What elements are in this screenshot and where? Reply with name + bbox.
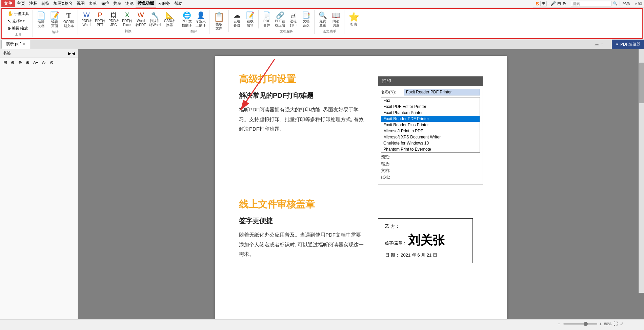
bookmark-tool-add1[interactable]: ⊕ xyxy=(9,59,16,66)
panel-expand-icon[interactable]: ▶ xyxy=(68,51,71,56)
resize-control[interactable]: v 93 xyxy=(633,2,644,6)
ribbon-btn-cad[interactable]: 📐 CAD转换器 xyxy=(163,10,176,28)
ribbon-btn-edit-doc[interactable]: 📄 编辑文档 xyxy=(35,10,47,29)
pdf-view-area[interactable]: 高级打印设置 解决常见的PDF打印难题 福昕PDF阅读器拥有强大的打印功能, 界… xyxy=(78,49,644,319)
ribbon-btn-ocr[interactable]: T OCR识别文本 xyxy=(62,10,76,29)
menu-cloud[interactable]: 云服务 xyxy=(156,0,172,7)
ribbon-btn-pdf-ppt[interactable]: P PDF转PPT xyxy=(94,10,106,28)
ribbon-btn-read-survey[interactable]: 📖 阅读调查 xyxy=(330,10,342,28)
ribbon-btn-online-edit[interactable]: 📝 在线编辑 xyxy=(244,10,256,28)
ribbon-btn-scan-word[interactable]: 🔧 扫描件转Word xyxy=(148,10,162,28)
doc-meeting-icon: 📑 xyxy=(302,11,310,19)
edit-section-label: 编辑 xyxy=(52,30,59,35)
cad-icon: 📐 xyxy=(166,12,173,19)
ribbon-btn-remote-print[interactable]: 🖨 远程打印 xyxy=(287,10,299,28)
print-doc-row: 文档: xyxy=(381,168,480,174)
ribbon-btn-pdf-merge[interactable]: 📄 PDF合并 xyxy=(261,10,273,28)
tab-close-icon[interactable]: ✕ xyxy=(23,42,26,46)
ribbon-btn-pdf-jpg[interactable]: 🖼 PDF转JPG xyxy=(107,11,120,28)
ribbon-btn-template[interactable]: 📋 模板文库 xyxy=(212,10,226,32)
pdf-tab[interactable]: 演示.pdf ✕ xyxy=(1,40,30,49)
printer-item-phantom[interactable]: Foxit Phantom Printer xyxy=(381,110,480,116)
zoom-plus-btn[interactable]: + xyxy=(599,321,602,327)
bookmark-tool-grid[interactable]: ⊞ xyxy=(2,59,8,66)
menu-convert[interactable]: 转换 xyxy=(39,0,52,7)
sogou-mic[interactable]: 🎤 xyxy=(550,1,556,6)
login-btn[interactable]: 登录 xyxy=(620,1,633,6)
printer-item-fax[interactable]: Fax xyxy=(381,97,480,104)
scan-word-label: 扫描件转Word xyxy=(149,19,161,27)
bookmark-tool-add2[interactable]: ⊕ xyxy=(17,59,23,66)
ribbon-btn-edit-page[interactable]: 📝 编辑页面 xyxy=(48,10,61,29)
fit-page-btn[interactable]: ⛶ xyxy=(613,321,618,326)
template-icon: 📋 xyxy=(214,12,224,22)
ribbon-btn-tip[interactable]: ⭐ 打赏 xyxy=(346,10,361,28)
pdf-editor-btn[interactable]: ▼ PDF编辑器 xyxy=(612,40,644,49)
ribbon-btn-pdf-translate[interactable]: 🌐 PDF文档翻译 xyxy=(180,10,193,28)
remote-print-icon: 🖨 xyxy=(290,12,297,19)
menu-file[interactable]: 文件 xyxy=(1,0,15,7)
vertical-scrollbar[interactable] xyxy=(639,49,644,293)
ribbon-btn-pro-translate[interactable]: 👤 专业人工翻译 xyxy=(194,10,207,28)
menu-view[interactable]: 视图 xyxy=(75,0,87,7)
ribbon-section-template: 📋 模板文库 xyxy=(209,10,229,32)
sogou-grid[interactable]: ⊞ xyxy=(557,1,561,6)
pdf-excel-label: PDF转Excel xyxy=(122,19,132,27)
zoom-value: 80% xyxy=(604,322,611,326)
expand-btn[interactable]: ⤢ xyxy=(620,321,624,326)
printer-item-foxit-editor[interactable]: Foxit PDF Editor Printer xyxy=(381,104,480,110)
printer-item-foxit-reader[interactable]: Foxit Reader PDF Printer xyxy=(381,116,480,122)
sig-date-row: 日 期： 2021 年 6 月 21 日 xyxy=(385,252,466,258)
bookmark-tool-add3[interactable]: ⊕ xyxy=(24,59,31,66)
free-check-icon: 🔍 xyxy=(319,11,327,19)
panel-close-icon[interactable]: ◀ xyxy=(72,51,75,56)
bookmark-tool-font-small[interactable]: A- xyxy=(41,59,47,66)
menu-form[interactable]: 表单 xyxy=(87,0,99,7)
edit-doc-label: 编辑文档 xyxy=(38,20,44,28)
zoom-slider-thumb[interactable] xyxy=(584,322,588,326)
ribbon-btn-pdf-compress[interactable]: 🔗 PDF在线压缩 xyxy=(274,10,286,28)
ribbon-btn-free-check[interactable]: 🔍 免费查重 xyxy=(317,10,329,28)
ribbon-btn-word-pdf[interactable]: W Word转PDF xyxy=(134,10,147,28)
menu-share[interactable]: 共享 xyxy=(111,0,123,7)
ribbon-btn-select[interactable]: ↖ 选择▾ ▾ xyxy=(6,18,26,24)
ribbon-btn-edit-zoom[interactable]: ⊕ 编辑 缩放 xyxy=(6,25,29,31)
sogou-chinese[interactable]: 中 xyxy=(540,1,547,6)
ribbon-btn-pdf-excel[interactable]: X PDF转Excel xyxy=(121,10,134,28)
ribbon-btn-cloud-backup[interactable]: ☁ 云端备份 xyxy=(231,10,243,28)
menu-help[interactable]: 帮助 xyxy=(172,0,184,7)
menu-fill-sign[interactable]: 填写&签名 xyxy=(52,0,75,7)
printer-list[interactable]: Fax Foxit PDF Editor Printer Foxit Phant… xyxy=(381,97,480,153)
ribbon-btn-pdf-word[interactable]: W PDF转Word xyxy=(80,10,93,28)
printer-item-evernote[interactable]: Phantom Print to Evernote xyxy=(381,146,480,152)
print-dialog-body: 名称(N): Fax Foxit PDF Editor Printer Foxi… xyxy=(378,86,483,184)
pdf-word-label: PDF转Word xyxy=(81,19,92,27)
menu-special[interactable]: 特色功能 xyxy=(136,0,156,7)
tab-bar: 演示.pdf ✕ ☁ ↕ ▼ PDF编辑器 xyxy=(0,40,644,49)
bookmarks-header: 书签 ▶ ◀ xyxy=(0,49,78,58)
menu-home[interactable]: 主页 xyxy=(15,0,27,7)
sogou-plus[interactable]: ⊕ xyxy=(562,1,566,6)
read-survey-icon: 📖 xyxy=(332,11,340,19)
menu-annotate[interactable]: 注释 xyxy=(27,0,39,7)
ribbon-btn-hand-tool[interactable]: ✋ 手型工具 xyxy=(6,10,31,17)
printer-item-foxit-plus[interactable]: Foxit Reader Plus Printer xyxy=(381,122,480,128)
printer-item-ms-pdf[interactable]: Microsoft Print to PDF xyxy=(381,128,480,134)
ribbon-section-paper: 🔍 免费查重 📖 阅读调查 论文助手 xyxy=(315,10,344,34)
bookmark-tool-font-large[interactable]: A+ xyxy=(32,59,40,66)
print-preview-row: 预览: xyxy=(381,154,480,160)
ribbon-btn-doc-meeting[interactable]: 📑 文档会议 xyxy=(300,10,312,28)
edit-page-label: 编辑页面 xyxy=(51,20,58,28)
search-input[interactable] xyxy=(571,1,611,6)
zoom-minus-btn[interactable]: － xyxy=(557,321,561,327)
search-icon[interactable]: 🔍 xyxy=(613,1,618,6)
menu-browse[interactable]: 浏览 xyxy=(123,0,136,7)
printer-item-onenote[interactable]: OneNote for Windows 10 xyxy=(381,140,480,146)
printer-item-ms-xps[interactable]: Microsoft XPS Document Writer xyxy=(381,134,480,140)
menu-protect[interactable]: 保护 xyxy=(99,0,111,7)
print-name-input[interactable] xyxy=(404,89,480,95)
top-search-area: 🔍 xyxy=(569,1,620,6)
bookmark-tool-settings[interactable]: ⊙ xyxy=(48,59,55,66)
zoom-slider-track[interactable] xyxy=(563,323,597,325)
scrollbar-thumb[interactable] xyxy=(639,63,644,103)
